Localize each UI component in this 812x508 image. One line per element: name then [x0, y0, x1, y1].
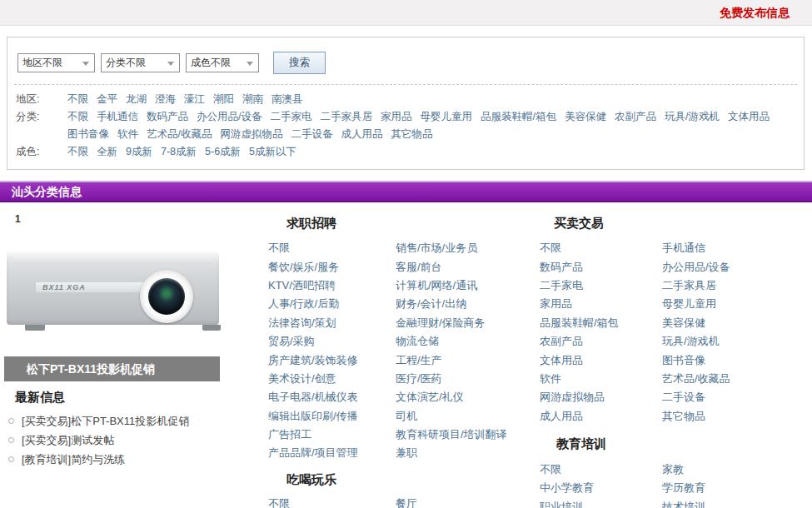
category-filter-option[interactable]: 玩具/游戏机: [665, 108, 720, 126]
category-filter-option[interactable]: 母婴儿童用: [420, 108, 472, 126]
pagination-page-number[interactable]: 1: [15, 213, 21, 225]
category-filter-option[interactable]: 农副产品: [615, 108, 656, 126]
category-filter-option[interactable]: 艺术品/收藏品: [147, 126, 212, 143]
publish-info-link[interactable]: 免费发布信息: [720, 0, 790, 26]
region-filter-option[interactable]: 濠江: [184, 91, 205, 108]
search-button[interactable]: 搜索: [273, 52, 326, 74]
job-category-link[interactable]: 客服/前台: [396, 260, 442, 275]
region-filter-option[interactable]: 金平: [97, 91, 117, 108]
condition-filter-option[interactable]: 5成新以下: [249, 143, 296, 161]
education-category-link[interactable]: 职业培训: [540, 500, 583, 508]
region-filter-option[interactable]: 潮南: [242, 91, 263, 108]
condition-filter-option[interactable]: 9成新: [126, 143, 152, 161]
job-category-link[interactable]: 计算机/网络/通讯: [396, 278, 477, 293]
education-category-link[interactable]: 家教: [662, 462, 684, 477]
job-category-link[interactable]: 物流仓储: [396, 334, 439, 349]
trade-category-link[interactable]: 其它物品: [662, 409, 705, 424]
job-category-link[interactable]: 工程/生产: [396, 353, 442, 368]
category-filter-option[interactable]: 家用品: [381, 108, 412, 126]
job-category-link[interactable]: 编辑出版印刷/传播: [268, 409, 358, 424]
job-category-link[interactable]: 文体演艺/礼仪: [396, 390, 464, 405]
category-filter-option[interactable]: 二手设备: [291, 126, 332, 143]
category-filter-option[interactable]: 其它物品: [391, 126, 432, 143]
trade-category-link[interactable]: 文体用品: [540, 353, 583, 368]
job-category-link[interactable]: 财务/会计/出纳: [396, 296, 466, 311]
education-category-link[interactable]: 不限: [540, 462, 561, 477]
condition-filter-option[interactable]: 7-8成新: [161, 143, 197, 161]
category-select[interactable]: 分类不限: [101, 53, 180, 72]
condition-select[interactable]: 成色不限: [186, 53, 259, 72]
trade-category-link[interactable]: 图书音像: [662, 353, 705, 368]
product-image[interactable]: BX11 XGA: [4, 242, 220, 354]
trade-category-link[interactable]: 品服装鞋帽/箱包: [540, 316, 619, 331]
category-filter-option[interactable]: 手机通信: [97, 108, 138, 126]
region-filter-option[interactable]: 澄海: [155, 91, 176, 108]
trade-category-link[interactable]: 不限: [540, 241, 561, 256]
region-filter-option[interactable]: 龙湖: [126, 91, 147, 108]
category-filter-option[interactable]: 成人用品: [341, 126, 382, 143]
education-category-link[interactable]: 中小学教育: [540, 481, 594, 496]
trade-category-link[interactable]: 玩具/游戏机: [662, 334, 720, 349]
category-filter-option[interactable]: 图书音像: [67, 126, 109, 143]
region-filter-option[interactable]: 不限: [67, 91, 88, 108]
trade-category-link[interactable]: 二手家电: [540, 278, 583, 293]
trade-category-link[interactable]: 美容保健: [662, 316, 705, 331]
category-filter-option[interactable]: 美容保健: [565, 108, 606, 126]
trade-category-link[interactable]: 家用品: [540, 296, 572, 311]
trade-category-link[interactable]: 二手家具居: [662, 278, 716, 293]
job-category-link[interactable]: 电子电器/机械仪表: [268, 390, 358, 405]
category-filter-option[interactable]: 网游虚拟物品: [220, 126, 282, 143]
product-title-bar[interactable]: 松下PT-BX11投影机促销: [4, 356, 220, 381]
job-category-link[interactable]: 兼职: [396, 446, 417, 461]
region-select[interactable]: 地区不限: [17, 53, 95, 72]
trade-category-link[interactable]: 二手设备: [662, 390, 705, 405]
category-filter-option[interactable]: 文体用品: [728, 108, 770, 126]
trade-category-link[interactable]: 数码产品: [540, 260, 583, 275]
job-category-link[interactable]: 美术设计/创意: [268, 371, 336, 386]
category-filter-option[interactable]: 办公用品/设备: [197, 108, 262, 126]
trade-category-link[interactable]: 农副产品: [540, 334, 583, 349]
region-filter-option[interactable]: 南澳县: [271, 91, 303, 108]
education-category-link[interactable]: 技术培训: [662, 500, 705, 508]
latest-item[interactable]: [教育培训]简约与洗练: [8, 450, 258, 469]
trade-category-link[interactable]: 艺术品/收藏品: [662, 371, 730, 386]
job-category-link[interactable]: 司机: [396, 409, 417, 424]
job-category-link[interactable]: 教育科研项目/培训翻译: [396, 427, 507, 442]
job-category-link[interactable]: 人事/行政/后勤: [268, 296, 339, 311]
latest-item[interactable]: [买卖交易]测试发帖: [8, 431, 258, 450]
education-category-link[interactable]: 学历教育: [662, 481, 705, 496]
category-filter-option[interactable]: 品服装鞋帽/箱包: [481, 108, 556, 126]
job-category-link[interactable]: 贸易/采购: [268, 334, 315, 349]
category-filter-option[interactable]: 二手家电: [270, 108, 311, 126]
trade-category-link[interactable]: 软件: [540, 371, 561, 386]
trade-category-link[interactable]: 成人用品: [540, 409, 583, 424]
search-panel: 地区不限 分类不限 成色不限 搜索 地区: 不限金平龙湖澄海濠江潮阳潮南南澳县: [7, 37, 805, 170]
job-category-link[interactable]: KTV/酒吧招聘: [268, 278, 336, 293]
trade-category-link[interactable]: 办公用品/设备: [662, 260, 730, 275]
condition-filter-option[interactable]: 不限: [67, 143, 88, 161]
category-filter-option[interactable]: 数码产品: [147, 108, 188, 126]
job-category-link[interactable]: 不限: [268, 241, 290, 256]
filter-row-condition: 成色: 不限全新9成新7-8成新5-6成新5成新以下: [16, 143, 795, 161]
category-filter-option[interactable]: 二手家具居: [320, 108, 372, 126]
job-category-link[interactable]: 金融理财/保险商务: [396, 316, 486, 331]
list-item: 玩具/游戏机: [662, 332, 812, 351]
job-category-link[interactable]: 医疗/医药: [396, 371, 442, 386]
condition-filter-option[interactable]: 5-6成新: [205, 143, 241, 161]
job-category-link[interactable]: 餐饮/娱乐/服务: [268, 260, 339, 275]
region-filter-option[interactable]: 潮阳: [213, 91, 234, 108]
category-filter-option[interactable]: 不限: [67, 108, 88, 126]
job-category-link[interactable]: 广告招工: [268, 427, 311, 442]
category-filter-option[interactable]: 软件: [117, 126, 138, 143]
job-category-link[interactable]: 法律咨询/策划: [268, 316, 336, 331]
trade-category-link[interactable]: 网游虚拟物品: [540, 390, 605, 405]
job-category-link[interactable]: 房产建筑/装饰装修: [268, 353, 358, 368]
trade-category-link[interactable]: 手机通信: [662, 241, 705, 256]
job-category-link[interactable]: 销售/市场/业务员: [396, 241, 477, 256]
trade-category-link[interactable]: 母婴儿童用: [662, 296, 716, 311]
job-category-link[interactable]: 产品品牌/项目管理: [268, 446, 358, 461]
food-category-link[interactable]: 餐厅: [396, 496, 417, 508]
condition-filter-option[interactable]: 全新: [97, 143, 117, 161]
latest-item[interactable]: [买卖交易]松下PT-BX11投影机促销: [8, 411, 258, 431]
food-category-link[interactable]: 不限: [268, 496, 290, 508]
